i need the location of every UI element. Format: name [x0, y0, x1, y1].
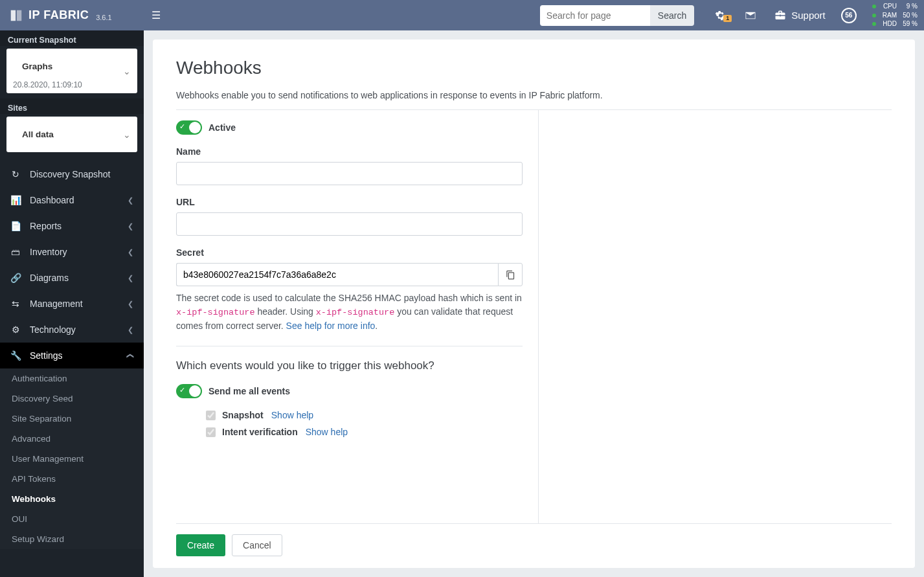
nav-diagrams[interactable]: 🔗 Diagrams ❮	[0, 265, 144, 291]
system-stats: CPU 9 % RAM 50 % HDD 59 %	[863, 2, 924, 28]
sub-authentication[interactable]: Authentication	[0, 368, 144, 389]
columns: ✓ Active Name URL Secret	[176, 110, 892, 523]
active-toggle[interactable]: ✓	[176, 120, 202, 135]
nav-technology[interactable]: ⚙ Technology ❮	[0, 317, 144, 343]
sub-setup-wizard[interactable]: Setup Wizard	[0, 529, 144, 549]
copy-icon	[506, 270, 515, 280]
nav: ↻ Discovery Snapshot 📊 Dashboard ❮ 📄 Rep…	[0, 161, 144, 368]
nav-settings[interactable]: 🔧 Settings ❮	[0, 343, 144, 368]
chevron-down-icon: ❮	[126, 353, 135, 359]
nav-reports[interactable]: 📄 Reports ❮	[0, 213, 144, 239]
topbar-right: Search 1 Support 56 CPU 9 %	[540, 2, 924, 28]
version-label: 3.6.1	[96, 14, 111, 21]
secret-input-wrap	[176, 263, 523, 286]
send-all-toggle[interactable]: ✓	[176, 384, 202, 398]
name-field: Name	[176, 146, 523, 185]
page-title: Webhooks	[176, 58, 892, 78]
intent-checkbox[interactable]	[206, 427, 216, 437]
url-label: URL	[176, 197, 523, 207]
active-label: Active	[208, 122, 236, 133]
chevron-left-icon: ❮	[128, 222, 133, 231]
wrench-icon: 🔧	[10, 350, 21, 361]
sub-discovery-seed[interactable]: Discovery Seed	[0, 389, 144, 409]
layout: Current Snapshot Graphs 20.8.2020, 11:09…	[0, 30, 924, 577]
settings-gear-icon[interactable]: 1	[706, 10, 736, 21]
mail-icon[interactable]	[736, 10, 765, 21]
check-icon: ✓	[179, 122, 185, 131]
card: Webhooks Webhooks enable you to send not…	[153, 40, 915, 568]
name-input[interactable]	[176, 162, 523, 185]
menu-toggle-icon[interactable]: ☰	[152, 9, 161, 21]
form-footer: Create Cancel	[176, 523, 892, 556]
sub-user-management[interactable]: User Management	[0, 449, 144, 469]
nav-inventory[interactable]: 🗃 Inventory ❮	[0, 239, 144, 265]
nav-discovery-snapshot[interactable]: ↻ Discovery Snapshot	[0, 161, 144, 187]
snapshot-event-row: Snapshot Show help	[206, 410, 523, 420]
sub-webhooks[interactable]: Webhooks	[0, 489, 144, 509]
url-field: URL	[176, 197, 523, 236]
archive-icon: 🗃	[10, 247, 21, 257]
sites-select[interactable]: All data ⌄	[6, 117, 137, 152]
search-wrap: Search	[540, 5, 694, 26]
search-button[interactable]: Search	[650, 5, 694, 26]
logo-icon	[9, 8, 23, 23]
logo-area: IP FABRIC 3.6.1	[0, 0, 144, 30]
main: Webhooks Webhooks enable you to send not…	[144, 30, 924, 577]
chevron-left-icon: ❮	[128, 326, 133, 334]
toggle-knob	[189, 385, 201, 397]
snapshot-select-title: Graphs	[13, 52, 118, 80]
secret-label: Secret	[176, 247, 523, 258]
url-input[interactable]	[176, 212, 523, 236]
send-all-toggle-row: ✓ Send me all events	[176, 384, 523, 398]
code-literal: x-ipf-signature	[316, 308, 395, 317]
secret-field: Secret The secret code is used to calcul…	[176, 247, 523, 333]
topbar: IP FABRIC 3.6.1 ☰ Search 1 Support 56	[0, 0, 924, 30]
events-title: Which events would you like to trigger t…	[176, 359, 523, 372]
cancel-button[interactable]: Cancel	[232, 534, 282, 556]
exchange-icon: ⇆	[10, 299, 21, 309]
active-toggle-row: ✓ Active	[176, 120, 523, 135]
sites-select-value: All data	[13, 120, 118, 148]
sub-advanced[interactable]: Advanced	[0, 429, 144, 449]
intent-show-help-link[interactable]: Show help	[306, 427, 348, 437]
sidebar: Current Snapshot Graphs 20.8.2020, 11:09…	[0, 30, 144, 577]
toggle-knob	[189, 122, 201, 133]
logo-text: IP FABRIC	[28, 8, 89, 22]
chevron-left-icon: ❮	[128, 248, 133, 256]
status-dot-icon	[872, 14, 876, 17]
intent-label: Intent verification	[222, 427, 298, 437]
topbar-rest: ☰ Search 1 Support 56 CPU	[144, 2, 924, 28]
separator	[176, 346, 523, 346]
code-literal: x-ipf-signature	[176, 308, 255, 317]
create-button[interactable]: Create	[176, 534, 225, 556]
empty-column	[539, 110, 892, 523]
nav-dashboard[interactable]: 📊 Dashboard ❮	[0, 187, 144, 213]
chevron-left-icon: ❮	[128, 196, 133, 205]
chevron-down-icon: ⌄	[123, 66, 131, 76]
secret-help-text: The secret code is used to calculate the…	[176, 291, 523, 333]
snapshot-select[interactable]: Graphs 20.8.2020, 11:09:10 ⌄	[6, 49, 137, 93]
see-help-link[interactable]: See help for more info	[286, 321, 376, 331]
sub-site-separation[interactable]: Site Separation	[0, 409, 144, 429]
ram-stat: RAM 50 %	[872, 11, 918, 20]
snapshot-label: Snapshot	[222, 410, 264, 420]
svg-rect-0	[11, 10, 16, 21]
avatar[interactable]: 56	[841, 8, 857, 23]
name-label: Name	[176, 146, 523, 157]
sub-oui[interactable]: OUI	[0, 509, 144, 529]
sub-api-tokens[interactable]: API Tokens	[0, 469, 144, 489]
sites-label: Sites	[0, 98, 144, 114]
support-link[interactable]: Support	[765, 10, 835, 21]
current-snapshot-label: Current Snapshot	[0, 30, 144, 46]
snapshot-show-help-link[interactable]: Show help	[271, 410, 313, 420]
copy-button[interactable]	[498, 263, 523, 286]
search-input[interactable]	[540, 5, 650, 26]
secret-input[interactable]	[176, 263, 498, 286]
intent-event-row: Intent verification Show help	[206, 427, 523, 437]
status-dot-icon	[872, 22, 876, 26]
hdd-stat: HDD 59 %	[872, 19, 918, 28]
nav-management[interactable]: ⇆ Management ❮	[0, 291, 144, 317]
settings-subnav: Authentication Discovery Seed Site Separ…	[0, 368, 144, 549]
snapshot-checkbox[interactable]	[206, 411, 216, 420]
branch-icon: 🔗	[10, 273, 21, 283]
